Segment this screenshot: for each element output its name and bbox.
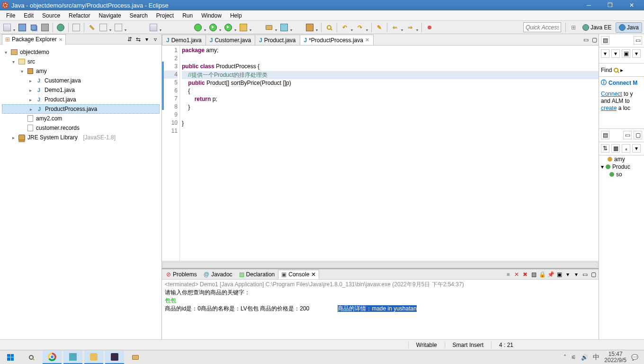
menu-search[interactable]: Search (125, 11, 152, 20)
focus-button[interactable]: ▾ (143, 35, 151, 44)
tab-problems[interactable]: ⊘Problems (163, 270, 200, 279)
hide-static-button[interactable]: ₐ (622, 144, 630, 153)
last-edit-button[interactable]: ✎ (374, 22, 385, 33)
clock[interactable]: 15:47 2022/9/5 (604, 351, 626, 364)
console-open-button[interactable]: ▾ (564, 270, 572, 279)
view-menu-button[interactable]: ▿ (151, 35, 160, 44)
open-perspective-button[interactable]: ⊞ (568, 22, 579, 33)
tab-console[interactable]: ▣Console✕ (278, 270, 319, 279)
annotation-next[interactable]: ↷ (355, 22, 365, 33)
close-tab-icon[interactable]: ✕ (365, 37, 369, 43)
outline-view-button[interactable]: ▤ (601, 131, 609, 139)
close-icon[interactable]: ✕ (59, 37, 63, 42)
new-button[interactable] (2, 22, 12, 33)
sort-button[interactable]: ⇅ (601, 144, 609, 153)
console-min-button[interactable]: ▭ (581, 270, 589, 279)
debug-button[interactable] (193, 22, 203, 33)
menu-project[interactable]: Project (152, 11, 178, 20)
run-button[interactable] (208, 22, 218, 33)
start-button[interactable] (1, 351, 20, 364)
console-pin-button[interactable]: 📌 (546, 270, 555, 279)
outline-min-button[interactable]: ▭ (623, 131, 632, 139)
outline-tree[interactable]: amy ▾Produc so (599, 155, 644, 339)
tab-javadoc[interactable]: @Javadoc (200, 270, 236, 279)
volume-icon[interactable]: 🔊 (581, 354, 588, 361)
tree-project[interactable]: ▾objectdemo (2, 47, 160, 57)
console-removeall-button[interactable]: ✖ (521, 270, 529, 279)
close-button[interactable]: ✕ (621, 0, 642, 10)
outline-package[interactable]: amy (599, 155, 644, 163)
activate-button[interactable]: ▸ (620, 67, 623, 73)
notifications-icon[interactable]: 💬 (631, 354, 638, 361)
brush-button[interactable] (87, 22, 97, 33)
console-scroll-lock-button[interactable]: 🔒 (538, 270, 546, 279)
tree-file-customer[interactable]: ▸Customer.java (2, 76, 160, 85)
pin-button[interactable] (424, 22, 435, 33)
save-button[interactable] (17, 22, 27, 33)
connect-link[interactable]: Connect (601, 91, 622, 97)
annotation-prev[interactable]: ↶ (340, 22, 350, 33)
taskbar-eclipse[interactable] (105, 351, 124, 364)
outline-class[interactable]: ▾Produc (599, 163, 644, 171)
back-button[interactable]: ⇐ (390, 22, 400, 33)
tree-file-productprocess[interactable]: ▸ProductProcess.java (2, 104, 160, 114)
link-editor-button[interactable]: ⇆ (134, 35, 143, 44)
run-last-button[interactable] (223, 22, 233, 33)
editor-maximize-button[interactable]: ▢ (590, 35, 599, 45)
search-icon[interactable] (614, 68, 618, 73)
outline-method[interactable]: so (599, 171, 644, 178)
console-clear-button[interactable]: ▤ (529, 270, 538, 279)
package-explorer-tab[interactable]: ⊞ Package Explorer ✕ (2, 34, 66, 45)
menu-navigate[interactable]: Navigate (94, 11, 125, 20)
console-new-button[interactable]: ▾ (572, 270, 581, 279)
wifi-icon[interactable]: ⚟ (571, 354, 576, 361)
new-task-button[interactable]: ▾ (601, 49, 609, 58)
tree-file-records[interactable]: customer.records (2, 123, 160, 133)
tree-package-amy[interactable]: ▾amy (2, 66, 160, 76)
code-content[interactable]: package amy; public class ProductProcess… (180, 46, 599, 261)
outline-max-button[interactable]: ▢ (634, 131, 642, 139)
console-remove-button[interactable]: ✕ (512, 270, 521, 279)
tree-src[interactable]: ▾src (2, 57, 160, 66)
create-link[interactable]: create (601, 105, 617, 111)
restore-button[interactable]: ▭ (634, 36, 642, 45)
ime-indicator[interactable]: 中 (593, 353, 599, 362)
taskbar-chrome[interactable] (43, 351, 62, 364)
new-type-button[interactable] (279, 22, 289, 33)
perspective-javaee[interactable]: Java EE (580, 22, 615, 33)
console-display-button[interactable]: ▣ (555, 270, 564, 279)
new-server-button[interactable] (148, 22, 159, 33)
hide-nonpublic-button[interactable]: ▾ (632, 144, 641, 153)
minimize-button[interactable]: ─ (578, 0, 599, 10)
ext-tools-button[interactable] (238, 22, 249, 33)
print-button[interactable] (40, 22, 50, 33)
editor-minimize-button[interactable]: ▭ (581, 35, 590, 45)
tree-jre[interactable]: ▸JRE System Library [JavaSE-1.8] (2, 133, 160, 142)
perspective-java[interactable]: Java (616, 22, 642, 33)
editor-tab-product[interactable]: Product.java (255, 35, 300, 45)
close-icon[interactable]: ✕ (311, 271, 316, 278)
link-button[interactable] (71, 22, 81, 33)
menu-help[interactable]: Help (226, 11, 246, 20)
menu-refactor[interactable]: Refactor (64, 11, 94, 20)
menu-file[interactable]: File (2, 11, 19, 20)
taskbar-explorer[interactable] (126, 351, 145, 364)
taskbar-app2[interactable] (84, 351, 103, 364)
taskbar-app1[interactable] (63, 351, 82, 364)
search-button[interactable] (22, 351, 41, 364)
save-all-button[interactable] (28, 22, 39, 33)
editor-scrollbar[interactable] (162, 261, 599, 268)
tree-file-amy2[interactable]: amy2.com (2, 114, 160, 123)
code-editor[interactable]: 1234567891011 package amy; public class … (162, 46, 599, 261)
console-max-button[interactable]: ▢ (589, 270, 598, 279)
menu-source[interactable]: Source (38, 11, 64, 20)
menu-run[interactable]: Run (178, 11, 197, 20)
menu-window[interactable]: Window (197, 11, 226, 20)
perspective-switch[interactable] (98, 22, 108, 33)
search-button[interactable] (324, 22, 334, 33)
view-switch[interactable] (113, 22, 124, 33)
hide-fields-button[interactable]: ▦ (611, 144, 620, 153)
open-type-button[interactable] (304, 22, 315, 33)
build-button[interactable] (55, 22, 66, 33)
hide-button[interactable]: ▾ (632, 49, 641, 58)
